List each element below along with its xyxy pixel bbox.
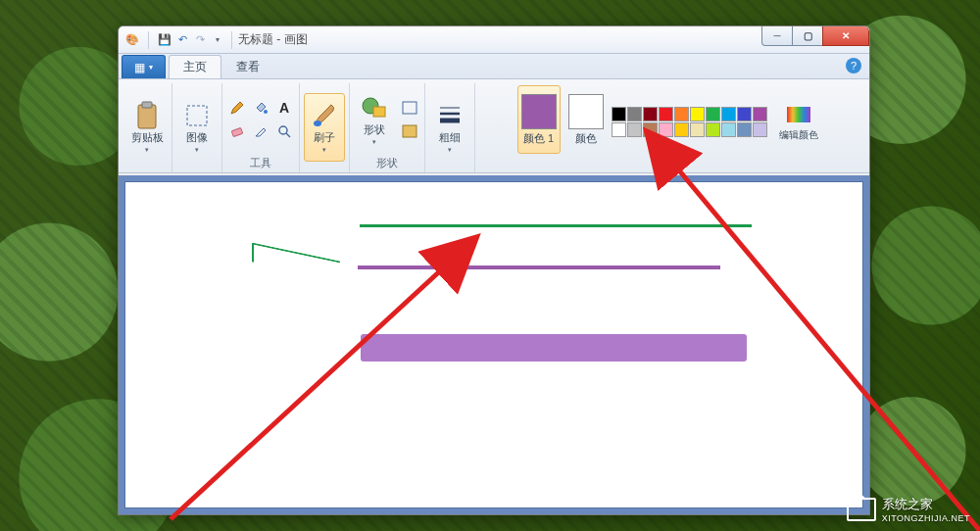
separator	[148, 31, 149, 49]
save-icon[interactable]: 💾	[157, 32, 172, 48]
canvas[interactable]	[124, 181, 863, 508]
color1-label: 颜色 1	[523, 131, 554, 146]
color2-button[interactable]: 颜色	[566, 85, 606, 154]
group-shapes: 形状 ▾ 形状	[350, 83, 425, 172]
file-menu-button[interactable]: ▦	[122, 55, 166, 78]
color2-label: 颜色	[575, 131, 597, 146]
chevron-down-icon: ▾	[448, 146, 452, 154]
paste-label: 剪贴板	[131, 130, 164, 145]
color-swatch[interactable]	[737, 107, 752, 121]
select-icon	[182, 101, 212, 130]
color-swatch[interactable]	[753, 107, 767, 121]
watermark-url: XITONGZHIJIA.NET	[882, 513, 970, 523]
chevron-down-icon: ▾	[145, 146, 149, 154]
color1-swatch	[521, 94, 557, 129]
size-button[interactable]: 粗细 ▾	[429, 93, 470, 162]
group-tools: A 工具	[222, 83, 300, 172]
color-swatch[interactable]	[721, 107, 736, 121]
paint-window: 🎨 💾 ↶ ↷ ▾ 无标题 - 画图 ─ ▢ ✕ ▦ 主页 查看 ?	[118, 25, 870, 515]
color-swatch[interactable]	[721, 122, 736, 137]
paste-button[interactable]: 剪贴板 ▾	[126, 93, 168, 162]
svg-rect-1	[142, 102, 152, 108]
image-label: 图像	[186, 130, 208, 145]
color-swatch[interactable]	[643, 107, 658, 121]
color-swatch[interactable]	[737, 122, 752, 137]
color-swatch[interactable]	[659, 107, 673, 121]
qat-dropdown-icon[interactable]: ▾	[210, 32, 225, 48]
group-brushes: 刷子 ▾	[300, 83, 350, 172]
canvas-area	[119, 175, 869, 514]
svg-rect-4	[231, 127, 242, 136]
shape-fill-button[interactable]	[399, 121, 420, 142]
redo-icon[interactable]: ↷	[192, 32, 208, 48]
text-tool[interactable]: A	[273, 97, 295, 119]
brushes-button[interactable]: 刷子 ▾	[304, 93, 345, 162]
group-label: 形状	[376, 154, 398, 171]
watermark-logo-icon	[847, 498, 876, 521]
chevron-down-icon: ▾	[322, 146, 326, 154]
edit-colors-button[interactable]: 编辑颜色	[773, 85, 824, 154]
color-swatch[interactable]	[674, 122, 689, 137]
watermark-brand: 系统之家	[882, 497, 933, 511]
size-label: 粗细	[439, 130, 461, 145]
color-swatch[interactable]	[643, 122, 658, 137]
tab-view[interactable]: 查看	[221, 55, 274, 78]
minimize-button[interactable]: ─	[761, 26, 793, 46]
svg-rect-15	[787, 107, 810, 122]
drawn-stroke-purple-thick	[361, 334, 747, 362]
close-button[interactable]: ✕	[822, 26, 869, 46]
pencil-tool[interactable]	[226, 97, 248, 119]
color-swatch-grid	[612, 107, 767, 137]
shapes-label: 形状	[364, 122, 385, 137]
svg-rect-2	[187, 106, 207, 125]
select-button[interactable]: 图像 ▾	[176, 93, 218, 162]
color-swatch[interactable]	[753, 122, 767, 137]
color-swatch[interactable]	[627, 122, 642, 137]
svg-rect-10	[403, 102, 416, 114]
watermark: 系统之家 XITONGZHIJIA.NET	[847, 496, 970, 523]
svg-rect-11	[403, 125, 416, 137]
color-swatch[interactable]	[612, 107, 626, 121]
color-swatch[interactable]	[690, 122, 705, 137]
color-swatch[interactable]	[706, 122, 720, 137]
maximize-button[interactable]: ▢	[792, 26, 823, 46]
undo-icon[interactable]: ↶	[174, 32, 190, 48]
edit-colors-icon	[784, 100, 813, 129]
color-swatch[interactable]	[659, 122, 673, 137]
color-swatch[interactable]	[674, 107, 689, 121]
svg-point-7	[314, 121, 321, 126]
color-swatch[interactable]	[690, 107, 705, 121]
quick-access-toolbar: 🎨 💾 ↶ ↷ ▾	[124, 31, 225, 49]
chevron-down-icon: ▾	[372, 138, 376, 146]
group-size: 粗细 ▾	[425, 83, 475, 172]
picker-tool[interactable]	[250, 121, 271, 142]
help-icon[interactable]: ?	[846, 58, 861, 73]
group-colors: 颜色 1 颜色 编辑颜色 颜色	[475, 83, 865, 172]
color-swatch[interactable]	[706, 107, 720, 121]
color-swatch[interactable]	[612, 122, 626, 137]
group-label: 颜色	[660, 154, 681, 171]
tab-bar: ▦ 主页 查看 ?	[119, 54, 869, 79]
group-image: 图像 ▾	[172, 83, 222, 172]
fill-tool[interactable]	[250, 97, 271, 119]
svg-rect-0	[138, 105, 156, 128]
magnifier-tool[interactable]	[273, 121, 295, 142]
drawn-stroke-purple-thin	[358, 266, 720, 269]
size-icon	[435, 101, 465, 130]
color2-swatch	[568, 94, 604, 129]
brushes-label: 刷子	[314, 130, 335, 145]
window-controls: ─ ▢ ✕	[762, 26, 869, 46]
eraser-tool[interactable]	[226, 121, 248, 142]
drawn-stroke-green	[360, 224, 752, 227]
color-swatch[interactable]	[627, 107, 642, 121]
svg-point-3	[264, 110, 268, 114]
brush-icon	[310, 101, 339, 130]
ribbon: 剪贴板 ▾ 图像 ▾	[119, 79, 869, 173]
color1-button[interactable]: 颜色 1	[517, 85, 561, 154]
clipboard-icon	[132, 101, 162, 130]
edit-colors-label: 编辑颜色	[779, 129, 818, 140]
titlebar[interactable]: 🎨 💾 ↶ ↷ ▾ 无标题 - 画图 ─ ▢ ✕	[119, 26, 869, 54]
tab-home[interactable]: 主页	[169, 55, 221, 78]
shape-outline-button[interactable]	[399, 97, 420, 119]
shapes-button[interactable]: 形状 ▾	[354, 85, 395, 154]
